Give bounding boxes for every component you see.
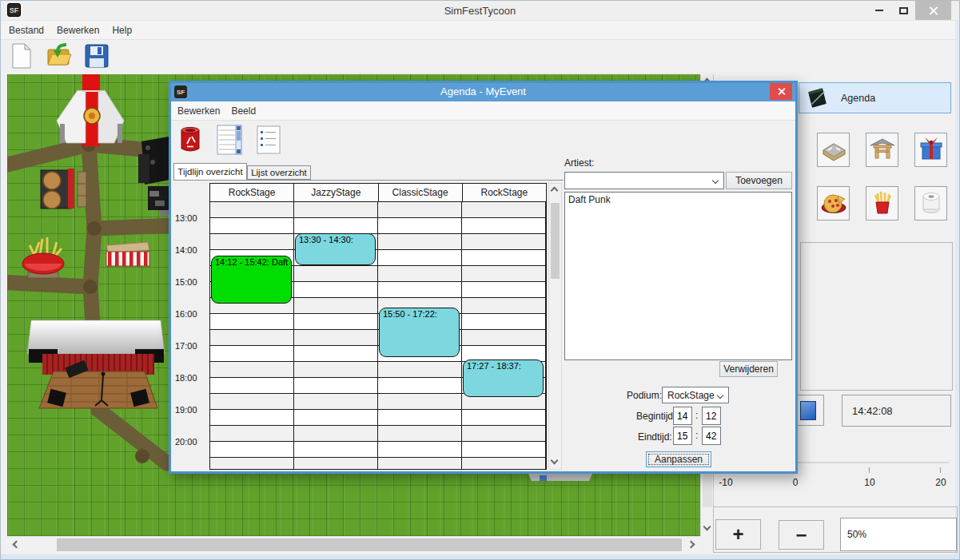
scroll-down-icon[interactable]: [551, 457, 559, 465]
column-header-rockstage: RockStage: [463, 184, 546, 201]
slider-tick-label: 0: [793, 477, 799, 488]
open-file-button[interactable]: [45, 42, 74, 73]
scroll-right-icon[interactable]: [687, 541, 695, 549]
burger-stand[interactable]: [41, 169, 86, 209]
end-hour-input[interactable]: [673, 427, 692, 445]
schedule-grid[interactable]: 14:12 - 15:42: Daft Punk13:30 - 14:30:15…: [209, 201, 547, 470]
main-stage[interactable]: [27, 320, 165, 408]
time-label: 13:00: [175, 213, 197, 223]
dialog-close-button[interactable]: [770, 83, 792, 100]
window-title: SimFestTycoon: [1, 5, 959, 17]
schedule-header: RockStageJazzyStageClassicStageRockStage: [209, 183, 547, 202]
time-label: 15:00: [175, 277, 197, 287]
road-tile-icon: [819, 133, 849, 167]
artist-combobox[interactable]: [564, 172, 724, 189]
save-file-icon: [84, 43, 110, 72]
agenda-dialog: SF Agenda - MyEvent BewerkenBeeld Tijdli…: [169, 81, 798, 474]
build-gate-button[interactable]: [866, 133, 898, 167]
scroll-up-icon[interactable]: [551, 187, 559, 195]
minimize-button[interactable]: [867, 1, 891, 20]
build-gift-button[interactable]: [914, 133, 947, 167]
list-view-icon: [257, 125, 281, 157]
agenda-button[interactable]: Agenda: [799, 82, 951, 113]
fries-stand[interactable]: [22, 237, 64, 278]
agenda-book-icon: [806, 87, 828, 109]
play-icon: [800, 401, 816, 420]
menu-help[interactable]: Help: [112, 25, 132, 36]
application-window: SF SimFestTycoon BestandBewerkenHelp: [0, 0, 960, 560]
dialog-menubar: BewerkenBeeld: [171, 101, 795, 121]
minimize-icon: [875, 10, 883, 11]
slider-tick-label: -10: [719, 477, 732, 488]
time-colon: :: [695, 430, 698, 441]
end-minute-input[interactable]: [702, 427, 721, 445]
podium-select[interactable]: RockStage: [662, 387, 729, 403]
delete-button[interactable]: [176, 125, 205, 158]
dialog-menu-beeld[interactable]: Beeld: [231, 105, 256, 117]
map-object-partial: [528, 474, 592, 481]
clock-display: 14:42:08: [842, 395, 951, 427]
fries-icon: [867, 187, 898, 220]
build-toilet-paper-button[interactable]: [914, 186, 947, 220]
begin-minute-input[interactable]: [702, 407, 721, 425]
schedule-event[interactable]: 17:27 - 18:37:: [463, 359, 544, 397]
remove-artist-button[interactable]: Verwijderen: [719, 361, 778, 377]
main-menubar: BestandBewerkenHelp: [1, 20, 959, 40]
time-label: 17:00: [175, 341, 197, 351]
podium-label: Podium:: [627, 390, 662, 401]
timeline-view-button[interactable]: [215, 125, 244, 158]
tab-lijst-overzicht[interactable]: Lijst overzicht: [247, 165, 311, 180]
time-label: 19:00: [175, 405, 197, 415]
apply-button[interactable]: Aanpassen: [646, 451, 711, 467]
save-file-button[interactable]: [82, 42, 111, 73]
schedule-scrollbar[interactable]: [548, 183, 562, 470]
gift-icon: [916, 133, 946, 167]
schedule-event[interactable]: 13:30 - 14:30:: [295, 233, 376, 265]
toilet-paper-icon: [916, 187, 946, 220]
scroll-down-icon[interactable]: [703, 523, 711, 531]
schedule-event[interactable]: 15:50 - 17:22:: [379, 308, 460, 356]
dialog-menu-bewerken[interactable]: Bewerken: [177, 105, 220, 117]
slider-tick-label: 20: [935, 477, 946, 488]
artist-label: Artiest:: [564, 157, 594, 169]
new-document-button[interactable]: [7, 42, 36, 73]
list-item-daft-punk[interactable]: Daft Punk: [565, 193, 791, 207]
build-road-tile-button[interactable]: [817, 133, 850, 167]
speaker-equipment[interactable]: [138, 137, 170, 216]
info-groupbox: [800, 242, 953, 391]
schedule-scroll-thumb[interactable]: [551, 203, 560, 279]
scroll-left-icon[interactable]: [13, 541, 21, 549]
close-button[interactable]: [915, 1, 951, 20]
build-fries-button[interactable]: [866, 186, 898, 220]
new-document-icon: [11, 43, 32, 72]
open-file-icon: [46, 42, 73, 73]
column-header-classicstage: ClassicStage: [379, 184, 463, 201]
time-label: 14:00: [175, 245, 197, 255]
tab-tijdlijn-overzicht[interactable]: Tijdlijn overzicht: [173, 163, 247, 180]
map-horizontal-scroll-thumb[interactable]: [57, 538, 682, 551]
menu-bewerken[interactable]: Bewerken: [57, 25, 99, 36]
zoom-out-button[interactable]: −: [779, 520, 824, 550]
artist-listbox[interactable]: Daft Punk: [564, 192, 792, 360]
maximize-icon: [899, 7, 908, 14]
time-label: 16:00: [175, 309, 197, 319]
begin-hour-input[interactable]: [673, 407, 692, 425]
build-pizza-button[interactable]: [817, 186, 850, 220]
dialog-titlebar[interactable]: SF Agenda - MyEvent: [171, 83, 795, 101]
schedule-event[interactable]: 14:12 - 15:42: Daft Punk: [211, 256, 292, 304]
window-right-edge: [955, 20, 959, 560]
add-artist-button[interactable]: Toevoegen: [726, 172, 792, 189]
chevron-down-icon: [712, 177, 719, 184]
striped-stand[interactable]: [106, 242, 149, 266]
dialog-title: Agenda - MyEvent: [171, 85, 795, 97]
window-titlebar: SF SimFestTycoon: [1, 1, 959, 20]
maximize-button[interactable]: [891, 1, 915, 20]
menu-bestand[interactable]: Bestand: [9, 25, 44, 36]
list-view-button[interactable]: [254, 125, 283, 158]
zoom-in-button[interactable]: +: [715, 519, 761, 550]
column-header-rockstage: RockStage: [210, 184, 294, 201]
slider-tick-label: 10: [864, 477, 874, 488]
map-horizontal-scrollbar[interactable]: [7, 536, 700, 552]
time-label: 18:00: [175, 373, 197, 383]
schedule-panel: RockStageJazzyStageClassicStageRockStage…: [173, 180, 564, 471]
